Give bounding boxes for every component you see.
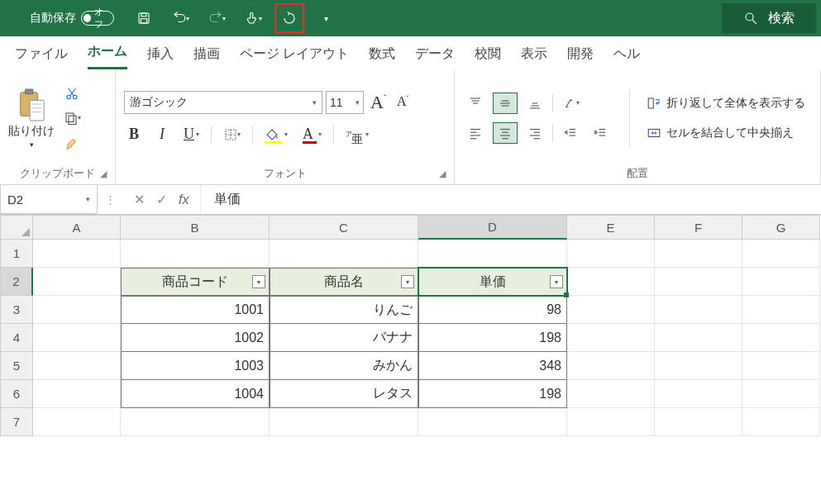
- formula-input[interactable]: 単価: [201, 185, 821, 214]
- bold-button[interactable]: B: [124, 124, 144, 145]
- cell-f5[interactable]: [655, 352, 742, 380]
- cell-a7[interactable]: [33, 408, 121, 436]
- col-header-d[interactable]: D: [418, 215, 567, 240]
- align-bottom-button[interactable]: [523, 93, 547, 114]
- customize-qat-button[interactable]: ▾: [311, 3, 341, 33]
- row-header-5[interactable]: 5: [0, 352, 33, 380]
- cell-f1[interactable]: [655, 240, 742, 268]
- cell-e7[interactable]: [567, 408, 655, 436]
- align-top-button[interactable]: [463, 93, 488, 114]
- cell-a5[interactable]: [33, 352, 121, 380]
- cell-b3[interactable]: 1001: [121, 296, 270, 324]
- italic-button[interactable]: I: [152, 124, 172, 145]
- redo-button[interactable]: ▾: [202, 3, 232, 33]
- insert-function-button[interactable]: fx: [179, 193, 189, 207]
- tab-file[interactable]: ファイル: [15, 40, 68, 69]
- cut-button[interactable]: [63, 84, 81, 102]
- cell-f3[interactable]: [655, 296, 742, 324]
- col-header-b[interactable]: B: [121, 215, 270, 240]
- name-box[interactable]: D2▾: [0, 185, 98, 214]
- cell-b7[interactable]: [121, 408, 270, 436]
- align-center-button[interactable]: [493, 122, 518, 144]
- cell-a3[interactable]: [33, 296, 121, 324]
- tab-review[interactable]: 校閲: [475, 40, 501, 69]
- cell-e1[interactable]: [567, 240, 655, 268]
- cell-c1[interactable]: [270, 240, 418, 268]
- cell-d1[interactable]: [418, 240, 567, 268]
- cell-d3[interactable]: 98: [418, 296, 567, 324]
- col-header-a[interactable]: A: [33, 215, 121, 240]
- underline-button[interactable]: U▾: [180, 124, 203, 145]
- cell-c4[interactable]: バナナ: [270, 324, 418, 352]
- align-right-button[interactable]: [523, 122, 547, 144]
- cell-d5[interactable]: 348: [418, 352, 567, 380]
- font-launcher[interactable]: ◢: [439, 169, 446, 179]
- row-header-7[interactable]: 7: [0, 408, 33, 436]
- cell-f4[interactable]: [655, 324, 742, 352]
- row-header-2[interactable]: 2: [0, 268, 33, 296]
- filter-button-d[interactable]: ▾: [550, 275, 563, 288]
- cell-g4[interactable]: [742, 324, 820, 352]
- cell-g6[interactable]: [742, 380, 820, 408]
- tab-draw[interactable]: 描画: [193, 40, 220, 69]
- filter-button-c[interactable]: ▾: [401, 275, 414, 288]
- increase-font-button[interactable]: Aˆ: [367, 92, 389, 113]
- cell-b4[interactable]: 1002: [121, 324, 270, 352]
- filter-button-b[interactable]: ▾: [252, 275, 265, 288]
- clipboard-launcher[interactable]: ◢: [100, 169, 107, 179]
- cell-d2[interactable]: 単価▾: [418, 268, 567, 296]
- cell-a2[interactable]: [33, 268, 121, 296]
- font-family-combo[interactable]: 游ゴシック▾: [124, 91, 322, 114]
- cell-b2[interactable]: 商品コード▾: [121, 268, 270, 296]
- tab-view[interactable]: 表示: [521, 40, 547, 69]
- tab-help[interactable]: ヘル: [613, 40, 640, 69]
- cell-e3[interactable]: [567, 296, 655, 324]
- cell-c7[interactable]: [270, 408, 418, 436]
- cell-e6[interactable]: [567, 380, 655, 408]
- search-box[interactable]: 検索: [722, 3, 816, 33]
- wrap-text-button[interactable]: 折り返して全体を表示する: [647, 93, 805, 114]
- cell-g5[interactable]: [742, 352, 820, 380]
- touch-mode-button[interactable]: ▾: [238, 3, 268, 33]
- cancel-formula-button[interactable]: ✕: [134, 192, 145, 207]
- cell-c3[interactable]: りんご: [270, 296, 418, 324]
- tab-page-layout[interactable]: ページ レイアウト: [240, 40, 349, 69]
- enter-formula-button[interactable]: ✓: [156, 192, 167, 207]
- cell-b5[interactable]: 1003: [121, 352, 270, 380]
- tab-insert[interactable]: 挿入: [147, 40, 174, 69]
- fill-handle[interactable]: [564, 292, 569, 297]
- save-button[interactable]: [129, 3, 159, 33]
- cell-f6[interactable]: [655, 380, 742, 408]
- undo-button[interactable]: ▾: [165, 3, 195, 33]
- borders-button[interactable]: ▾: [220, 124, 244, 145]
- align-middle-button[interactable]: [493, 93, 518, 114]
- col-header-c[interactable]: C: [270, 215, 418, 240]
- cell-e4[interactable]: [567, 324, 655, 352]
- cell-g1[interactable]: [742, 240, 820, 268]
- cell-c2[interactable]: 商品名▾: [270, 268, 418, 296]
- cell-b1[interactable]: [121, 240, 270, 268]
- decrease-indent-button[interactable]: [558, 122, 583, 144]
- cell-g3[interactable]: [742, 296, 820, 324]
- cell-a6[interactable]: [33, 380, 121, 408]
- col-header-g[interactable]: G: [742, 215, 820, 240]
- col-header-f[interactable]: F: [655, 215, 742, 240]
- cell-g2[interactable]: [742, 268, 820, 296]
- cell-c6[interactable]: レタス: [270, 380, 418, 408]
- cell-e2[interactable]: [567, 268, 655, 296]
- tab-formulas[interactable]: 数式: [369, 40, 395, 69]
- align-left-button[interactable]: [463, 122, 488, 144]
- cell-a4[interactable]: [33, 324, 121, 352]
- row-header-4[interactable]: 4: [0, 324, 33, 352]
- increase-indent-button[interactable]: [588, 122, 613, 144]
- cell-d7[interactable]: [418, 408, 567, 436]
- select-all-corner[interactable]: [0, 215, 33, 240]
- cell-e5[interactable]: [567, 352, 655, 380]
- row-header-3[interactable]: 3: [0, 296, 33, 324]
- orientation-button[interactable]: ▾: [558, 93, 583, 114]
- cell-c5[interactable]: みかん: [270, 352, 418, 380]
- decrease-font-button[interactable]: Aˇ: [393, 92, 413, 113]
- cell-f2[interactable]: [655, 268, 742, 296]
- tab-developer[interactable]: 開発: [567, 40, 594, 69]
- row-header-6[interactable]: 6: [0, 380, 33, 408]
